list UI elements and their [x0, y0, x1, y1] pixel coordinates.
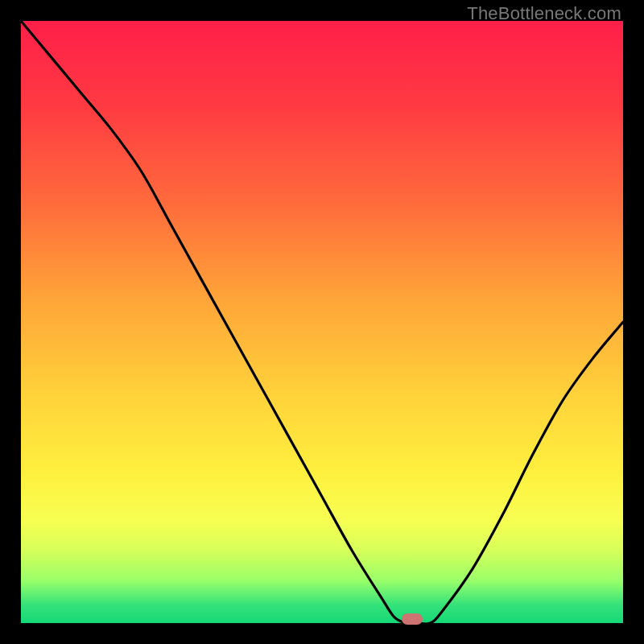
plot-area [21, 21, 623, 623]
bottleneck-marker [402, 613, 423, 625]
chart-frame: TheBottleneck.com [0, 0, 644, 644]
bottleneck-curve [21, 21, 623, 623]
